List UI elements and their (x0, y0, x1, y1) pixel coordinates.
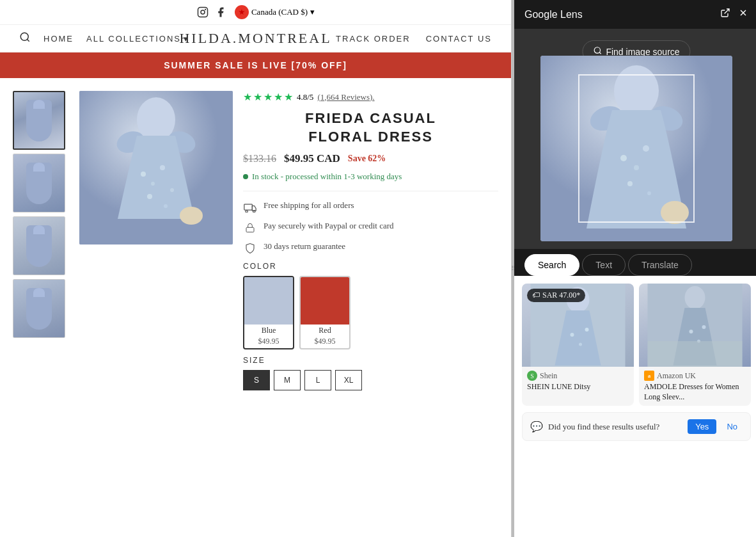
brand-name: HILDA.MONTREAL (179, 30, 331, 46)
stock-status: In stock - processed within 1-3 working … (243, 172, 498, 182)
amazon-logo: a (644, 371, 654, 381)
svg-point-40 (585, 328, 589, 332)
original-price: $133.16 (243, 153, 276, 164)
svg-point-23 (594, 47, 600, 53)
tab-text[interactable]: Text (582, 254, 626, 276)
shein-card-body: S Shein SHEIN LUNE Ditsy (522, 367, 634, 396)
payment-text: Pay securely with Paypal or credit card (264, 221, 394, 231)
svg-point-3 (20, 33, 28, 40)
rating-value: 4.8/5 (297, 92, 313, 102)
color-section: Color Blue $49.95 Red $49.95 (243, 262, 498, 349)
svg-point-31 (643, 145, 649, 152)
star-1: ★ (243, 91, 252, 103)
size-s[interactable]: S (243, 370, 270, 390)
result-card-shein[interactable]: 🏷 SAR 47.00* S Shein SHEIN LUNE Ditsy (522, 284, 634, 406)
svg-point-45 (702, 325, 706, 329)
svg-point-9 (141, 172, 146, 177)
social-links (196, 6, 227, 19)
tab-translate[interactable]: Translate (628, 254, 692, 276)
blue-label: Blue (244, 325, 293, 337)
svg-point-1 (201, 10, 205, 14)
red-price: $49.95 (301, 337, 349, 348)
star-5: ★ (284, 91, 293, 103)
star-2: ★ (253, 91, 262, 103)
sale-banner[interactable]: SUMMER SALE IS LIVE [70% OFF] (0, 52, 511, 78)
amazon-card-body: a Amazon UK AMDOLE Dresses for Women Lon… (639, 367, 751, 406)
result-cards: 🏷 SAR 47.00* S Shein SHEIN LUNE Ditsy (522, 284, 751, 406)
lens-title: Google Lens (524, 9, 583, 20)
svg-point-17 (246, 211, 248, 212)
thumbnail-1[interactable] (13, 91, 65, 150)
thumbnail-4[interactable] (13, 279, 65, 338)
svg-point-12 (170, 188, 174, 192)
lens-preview-image (540, 56, 732, 241)
country-label: Canada (CAD $) (251, 7, 308, 17)
size-m[interactable]: M (274, 370, 301, 390)
sale-price: $49.95 CAD (284, 152, 340, 165)
svg-rect-46 (648, 341, 743, 367)
shop-panel: Canada (CAD $) ▾ HOME ALL COLLECTIONS ▾ … (0, 0, 512, 537)
divider-1 (243, 191, 498, 191)
lens-header: Google Lens (514, 0, 756, 29)
svg-point-18 (253, 211, 255, 212)
amazon-product-image (639, 284, 751, 367)
truck-icon (243, 200, 257, 214)
size-section: Size S M L XL (243, 356, 498, 390)
svg-rect-19 (246, 228, 254, 232)
svg-point-39 (579, 343, 582, 346)
google-lens-panel: Google Lens (514, 0, 756, 537)
home-link[interactable]: HOME (43, 34, 74, 44)
product-info: ★ ★ ★ ★ ★ 4.8/5 (1,664 Reviews). FRIEDA … (243, 91, 498, 524)
color-red[interactable]: Red $49.95 (299, 276, 350, 349)
main-nav: HOME ALL COLLECTIONS ▾ HILDA.MONTREAL TR… (0, 25, 511, 52)
svg-point-11 (160, 165, 165, 170)
lock-icon (243, 221, 257, 235)
open-external-icon[interactable] (720, 8, 730, 21)
lens-tabs: Search Text Translate (514, 249, 756, 276)
color-blue[interactable]: Blue $49.95 (243, 276, 294, 349)
star-4: ★ (274, 91, 283, 103)
amazon-source-name: Amazon UK (657, 371, 696, 381)
feedback-icon: 💬 (530, 421, 543, 433)
size-options: S M L XL (243, 370, 498, 390)
facebook-icon[interactable] (214, 6, 227, 19)
contact-us-link[interactable]: CONTACT US (426, 34, 492, 44)
svg-point-34 (661, 201, 689, 224)
svg-point-30 (634, 165, 639, 170)
result-card-amazon[interactable]: a Amazon UK AMDOLE Dresses for Women Lon… (639, 284, 751, 406)
reviews-link[interactable]: (1,664 Reviews). (317, 92, 374, 102)
shein-logo: S (527, 371, 537, 381)
tag-icon: 🏷 (532, 291, 540, 300)
size-xl[interactable]: XL (335, 370, 362, 390)
svg-point-14 (164, 204, 168, 208)
features-list: Free shipping for all orders Pay securel… (243, 200, 498, 255)
nav-right: TRACK ORDER CONTACT US (336, 34, 492, 44)
feedback-no-button[interactable]: No (721, 419, 743, 434)
tab-search[interactable]: Search (524, 254, 579, 276)
blue-swatch-image (244, 277, 294, 325)
size-l[interactable]: L (304, 370, 331, 390)
instagram-icon[interactable] (196, 6, 209, 19)
svg-point-38 (571, 333, 574, 337)
chevron-down-icon: ▾ (310, 7, 315, 17)
returns-text: 30 days return guarantee (264, 241, 345, 252)
thumbnail-2[interactable] (13, 154, 65, 212)
svg-point-33 (647, 191, 651, 195)
svg-point-2 (205, 9, 206, 10)
shipping-text: Free shipping for all orders (264, 200, 354, 211)
search-icon[interactable] (19, 31, 31, 45)
brand-logo[interactable]: HILDA.MONTREAL (179, 30, 331, 47)
amazon-title: AMDOLE Dresses for Women Long Sleev... (644, 382, 746, 402)
close-icon[interactable] (738, 8, 748, 21)
red-swatch-image (301, 277, 350, 325)
collections-dropdown[interactable]: ALL COLLECTIONS ▾ (86, 34, 189, 44)
feedback-yes-button[interactable]: Yes (688, 419, 716, 434)
shield-icon (243, 241, 257, 255)
track-order-link[interactable]: TRACK ORDER (336, 34, 411, 44)
thumbnail-3[interactable] (13, 216, 65, 275)
country-selector[interactable]: Canada (CAD $) ▾ (235, 5, 315, 19)
main-product-image[interactable] (79, 91, 233, 244)
shein-source-name: Shein (540, 371, 557, 381)
svg-point-13 (147, 194, 152, 199)
shein-price: SAR 47.00* (542, 291, 580, 300)
